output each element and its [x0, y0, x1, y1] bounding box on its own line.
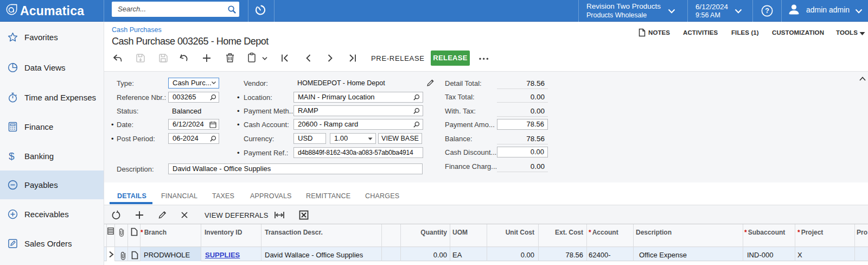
svg-text:?: ? [765, 7, 769, 15]
